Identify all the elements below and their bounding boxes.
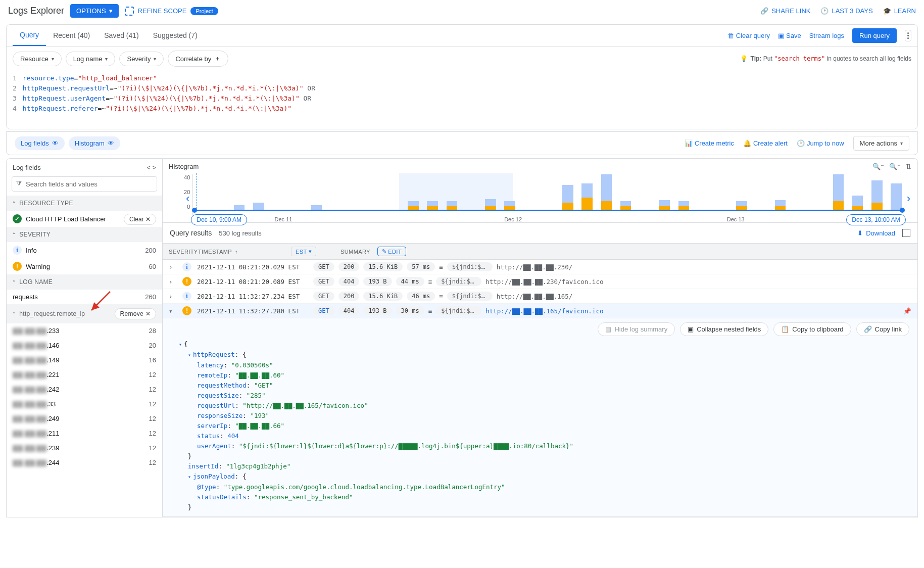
expand-caret[interactable]: › (169, 263, 177, 271)
histogram-bar[interactable] (447, 201, 457, 210)
collapse-fields-button[interactable]: ▣Collapse nested fields (680, 322, 768, 336)
histogram-bar[interactable] (601, 174, 612, 210)
remote-ip-item[interactable]: ▇▇.▇▇.▇▇.14916 (7, 353, 162, 367)
edit-columns-button[interactable]: ✎EDIT (377, 247, 406, 256)
more-actions-button[interactable]: More actions▾ (853, 136, 909, 151)
fullscreen-icon[interactable] (902, 229, 910, 237)
remote-ip-item[interactable]: ▇▇.▇▇.▇▇.24912 (7, 411, 162, 426)
view-histogram[interactable]: Histogram 👁 (69, 136, 120, 150)
log-row[interactable]: › 2021-12-11 08:21:20.089 EST GET 404 19… (163, 274, 917, 289)
histogram-bar[interactable] (408, 201, 418, 210)
share-link-button[interactable]: 🔗SHARE LINK (760, 7, 810, 15)
filter-resource[interactable]: Resource▾ (13, 52, 62, 66)
time-start-pill[interactable]: Dec 10, 9:00 AM (191, 214, 247, 225)
remote-ip-item[interactable]: ▇▇.▇▇.▇▇.23328 (7, 323, 162, 338)
histogram-next[interactable]: › (904, 192, 913, 205)
filter-logname[interactable]: Log name▾ (66, 52, 116, 66)
tab-saved[interactable]: Saved (41) (97, 25, 145, 45)
histogram-bar[interactable] (234, 205, 245, 210)
remote-ip-item[interactable]: ▇▇.▇▇.▇▇.21112 (7, 426, 162, 441)
clock-icon: 🕑 (820, 7, 829, 15)
histogram-bar[interactable] (427, 201, 437, 210)
histogram-bar[interactable] (678, 201, 689, 210)
collapse-icon[interactable]: < > (147, 164, 156, 171)
pin-icon[interactable]: 📌 (903, 307, 911, 315)
remove-remote-ip[interactable]: Remove ✕ (115, 308, 156, 319)
options-button[interactable]: OPTIONS▾ (70, 4, 119, 18)
remote-ip-item[interactable]: ▇▇.▇▇.▇▇.24212 (7, 382, 162, 397)
save-query-button[interactable]: ▣Save (778, 32, 801, 39)
histogram-bar[interactable] (659, 200, 669, 210)
hide-summary-button[interactable]: ▤Hide log summary (598, 322, 675, 336)
jump-to-now-button[interactable]: 🕑Jump to now (797, 139, 844, 147)
info-icon (182, 292, 191, 301)
expand-caret[interactable]: › (169, 278, 177, 286)
query-editor[interactable]: 1234 resource.type="http_load_balancer"h… (7, 71, 917, 129)
view-log-fields[interactable]: Log fields 👁 (15, 136, 65, 150)
section-resource-type[interactable]: ˄RESOURCE TYPE (7, 196, 162, 211)
histogram-bar[interactable] (852, 196, 863, 210)
tab-query[interactable]: Query (13, 25, 46, 46)
histogram-bar[interactable] (311, 205, 322, 210)
tab-recent[interactable]: Recent (40) (46, 25, 97, 45)
histogram-bar[interactable] (871, 180, 882, 210)
remote-ip-item[interactable]: ▇▇.▇▇.▇▇.22112 (7, 367, 162, 382)
remote-ip-item[interactable]: ▇▇.▇▇.▇▇.14620 (7, 338, 162, 353)
histogram-bar[interactable] (620, 201, 631, 210)
histogram-bar[interactable] (504, 201, 515, 210)
copy-clipboard-button[interactable]: 📋Copy to clipboard (773, 322, 851, 336)
time-range-selector[interactable]: 🕑LAST 3 DAYS (820, 7, 872, 15)
overflow-menu[interactable] (905, 30, 911, 41)
create-metric-button[interactable]: 📊Create metric (685, 139, 734, 147)
log-row[interactable]: › 2021-12-11 11:32:27.234 EST GET 200 15… (163, 289, 917, 304)
expand-caret[interactable]: ▾ (169, 307, 177, 315)
histogram-bar[interactable] (253, 203, 264, 210)
fields-search-input[interactable] (26, 180, 153, 188)
sort-asc-icon[interactable]: ↑ (235, 249, 238, 255)
timezone-selector[interactable]: EST ▾ (291, 247, 316, 256)
timeline-bar[interactable] (193, 210, 903, 211)
section-severity[interactable]: ˄SEVERITY (7, 227, 162, 242)
histogram-bar[interactable] (833, 174, 844, 210)
remote-ip-item[interactable]: ▇▇.▇▇.▇▇.3312 (7, 397, 162, 411)
json-viewer[interactable]: ▾{▾httpRequest: {latency: "0.030500s"rem… (171, 339, 909, 512)
histogram-bar[interactable] (562, 185, 573, 210)
time-end-pill[interactable]: Dec 13, 10:00 AM (846, 214, 905, 225)
section-remote-ip[interactable]: ˄http_request.remote_ip Remove ✕ (7, 304, 162, 323)
expand-vert-icon[interactable]: ⇅ (906, 163, 911, 170)
severity-warning[interactable]: Warning60 (7, 258, 162, 274)
zoom-in-icon[interactable]: 🔍⁺ (889, 163, 901, 170)
log-row[interactable]: › 2021-12-11 08:21:20.029 EST GET 200 15… (163, 260, 917, 274)
tab-suggested[interactable]: Suggested (7) (146, 25, 205, 45)
log-row[interactable]: ▾ 2021-12-11 11:32:27.280 EST GET 404 19… (163, 304, 917, 318)
severity-info[interactable]: Info200 (7, 242, 162, 258)
run-query-button[interactable]: Run query (852, 28, 897, 43)
chevron-down-icon: ▾ (154, 56, 156, 62)
copy-link-button[interactable]: 🔗Copy link (856, 322, 909, 336)
fields-search[interactable]: ⧩ (12, 176, 157, 192)
code-lines[interactable]: resource.type="http_load_balancer"httpRe… (23, 73, 917, 114)
filter-correlate[interactable]: Correlate by＋ (168, 51, 228, 67)
clear-resource-chip[interactable]: Clear ✕ (124, 214, 156, 225)
remote-ip-item[interactable]: ▇▇.▇▇.▇▇.23912 (7, 441, 162, 455)
filter-severity[interactable]: Severity▾ (119, 52, 164, 66)
stream-logs-button[interactable]: Stream logs (809, 32, 844, 39)
expand-caret[interactable]: › (169, 293, 177, 300)
field-http-lb[interactable]: Cloud HTTP Load Balancer Clear ✕ (7, 211, 162, 227)
remote-ip-item[interactable]: ▇▇.▇▇.▇▇.24412 (7, 455, 162, 470)
section-logname[interactable]: ˄LOG NAME (7, 274, 162, 290)
logname-requests[interactable]: requests260 (7, 290, 162, 304)
download-button[interactable]: ⬇Download (857, 229, 895, 237)
histogram-bar[interactable] (775, 200, 786, 210)
histogram-chart[interactable]: 40200 . Dec 11 Dec 12 Dec 13 . Dec 10, 9… (192, 174, 903, 222)
refine-scope-button[interactable]: REFINE SCOPE Project (125, 7, 218, 16)
histogram-bar[interactable] (485, 199, 496, 210)
learn-button[interactable]: 🎓LEARN (883, 7, 916, 15)
create-alert-button[interactable]: 🔔Create alert (743, 139, 788, 147)
zoom-out-icon[interactable]: 🔍⁻ (872, 163, 884, 170)
chevron-down-icon: ▾ (105, 56, 108, 62)
histogram-bar[interactable] (736, 201, 747, 210)
query-builder: Query Recent (40) Saved (41) Suggested (… (6, 24, 918, 129)
clear-query-button[interactable]: 🗑Clear query (727, 32, 770, 39)
histogram-bar[interactable] (581, 183, 592, 210)
